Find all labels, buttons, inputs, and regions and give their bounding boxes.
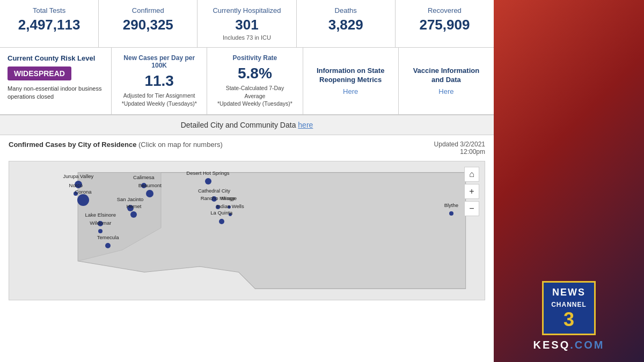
reopening-info-cell: Information on State Reopening Metrics H… <box>303 48 399 114</box>
new-cases-value: 11.3 <box>119 72 199 90</box>
recovered-cell: Recovered 275,909 <box>396 0 494 47</box>
hospitalized-sub: Includes 73 in ICU <box>206 34 287 41</box>
city-dot[interactable] <box>105 243 111 248</box>
city-dot[interactable] <box>205 178 211 184</box>
city-dot[interactable] <box>77 194 89 206</box>
home-button[interactable]: ⌂ <box>464 167 479 182</box>
reopening-here-link[interactable]: Here <box>343 87 358 95</box>
city-label: Jurupa Valley <box>63 173 93 179</box>
city-label: Blythe <box>444 202 458 208</box>
stats-row: Total Tests 2,497,113 Confirmed 290,325 … <box>0 0 494 48</box>
positivity-label: Positivity Rate <box>215 54 295 62</box>
city-label: La Quinta <box>210 210 232 216</box>
confirmed-value: 290,325 <box>107 17 188 33</box>
community-bar: Detailed City and Community Data here <box>0 115 494 135</box>
city-label: Cathedral City <box>198 188 230 194</box>
zoom-in-button[interactable]: + <box>464 184 479 199</box>
city-label: Wildomar <box>90 220 111 226</box>
community-link[interactable]: here <box>298 121 313 129</box>
map-updated-date: Updated 3/2/2021 <box>434 141 485 148</box>
city-label: Desert Hot Springs <box>186 170 229 176</box>
county-risk-cell: Current County Risk Level WIDESPREAD Man… <box>0 48 112 114</box>
recovered-value: 275,909 <box>404 17 485 33</box>
city-label: Calimesa <box>133 174 155 180</box>
map-container[interactable]: Jurupa ValleyNorcoCoronaCalimesaBeaumont… <box>9 161 485 300</box>
city-dot[interactable] <box>130 211 137 218</box>
city-dot[interactable] <box>219 219 224 224</box>
reopening-info-title: Information on State Reopening Metrics <box>311 67 391 85</box>
confirmed-label: Confirmed <box>107 6 188 14</box>
city-label: Hemet <box>126 203 141 209</box>
hospitalized-cell: Currently Hospitalized 301 Includes 73 i… <box>197 0 296 47</box>
vaccine-info-cell: Vaccine Information and Data Here <box>399 48 494 114</box>
city-label: Norco <box>69 182 83 188</box>
zoom-out-button[interactable]: − <box>464 201 479 216</box>
city-label: Lake Elsinore <box>85 212 116 218</box>
community-label: Detailed City and Community Data <box>181 121 298 129</box>
metrics-row: Current County Risk Level WIDESPREAD Man… <box>0 48 494 115</box>
positivity-cell: Positivity Rate 5.8% State-Calculated 7-… <box>207 48 303 114</box>
county-risk-title: Current County Risk Level <box>8 54 104 62</box>
confirmed-cell: Confirmed 290,325 <box>99 0 197 47</box>
city-label: San Jacinto <box>117 196 144 202</box>
map-title: Confirmed Cases by City of Residence (Cl… <box>9 141 223 149</box>
map-subtitle: (Click on map for numbers) <box>138 141 223 149</box>
city-label: Mirage <box>221 195 237 201</box>
news-channel-box: NEWS CHANNEL 3 <box>542 281 596 335</box>
new-cases-sub: Adjusted for Tier Assignment*Updated Wee… <box>119 92 199 107</box>
new-cases-label: New Cases per Day per 100K <box>119 54 199 69</box>
positivity-value: 5.8% <box>215 65 295 82</box>
total-tests-cell: Total Tests 2,497,113 <box>0 0 99 47</box>
county-desc: Many non-essential indoor business opera… <box>8 85 104 101</box>
deaths-label: Deaths <box>305 6 386 14</box>
map-updated: Updated 3/2/2021 12:00pm <box>434 141 485 156</box>
city-label: Beaumont <box>138 182 162 188</box>
map-section: Confirmed Cases by City of Residence (Cl… <box>0 135 494 312</box>
city-dot[interactable] <box>146 190 153 197</box>
main-content: Total Tests 2,497,113 Confirmed 290,325 … <box>0 0 494 362</box>
city-dot[interactable] <box>98 229 103 233</box>
positivity-sub: State-Calculated 7-Day Average*Updated W… <box>215 84 295 108</box>
total-tests-value: 2,497,113 <box>9 17 90 33</box>
vaccine-here-link[interactable]: Here <box>438 87 453 95</box>
right-sidebar: NEWS CHANNEL 3 KESQ.COM <box>494 0 644 362</box>
deaths-value: 3,829 <box>305 17 386 33</box>
city-label: Indian Wells <box>216 203 244 209</box>
city-dot[interactable] <box>449 211 453 216</box>
city-label: Corona <box>75 189 91 195</box>
map-title-text: Confirmed Cases by City of Residence <box>9 141 136 149</box>
news-logo: NEWS CHANNEL 3 KESQ.COM <box>533 281 605 351</box>
hospitalized-label: Currently Hospitalized <box>206 6 287 14</box>
new-cases-cell: New Cases per Day per 100K 11.3 Adjusted… <box>112 48 207 114</box>
deaths-cell: Deaths 3,829 <box>297 0 396 47</box>
total-tests-label: Total Tests <box>9 6 90 14</box>
widespread-badge: WIDESPREAD <box>8 67 71 80</box>
vaccine-info-title: Vaccine Information and Data <box>406 67 486 85</box>
map-controls: ⌂ + − <box>464 167 479 216</box>
map-updated-time: 12:00pm <box>434 148 485 156</box>
channel-number: 3 <box>551 310 587 329</box>
news-text: NEWS CHANNEL <box>551 287 587 310</box>
recovered-label: Recovered <box>404 6 485 14</box>
hospitalized-value: 301 <box>206 17 287 33</box>
kesq-text: KESQ.COM <box>533 338 605 351</box>
city-label: Temecula <box>97 234 119 240</box>
